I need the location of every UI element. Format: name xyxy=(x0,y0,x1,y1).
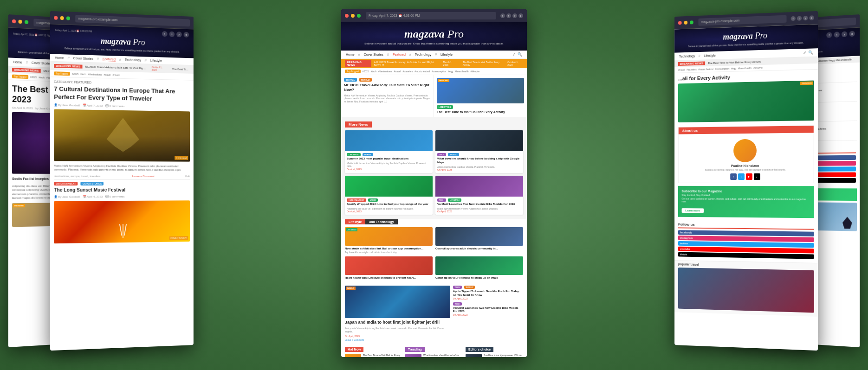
lifestyle-title-1[interactable]: Now study exhibit sites link Bali artisa… xyxy=(345,247,433,251)
tw-l[interactable]: t xyxy=(169,32,175,37)
yt-c[interactable]: y xyxy=(512,13,517,18)
lifestyle-title-4[interactable]: Catch-up on your exercise to stock up on… xyxy=(435,276,523,280)
tag-r-7[interactable]: #lifestyle xyxy=(753,66,762,70)
smallbox-title-1[interactable]: Apple Tipped To Launch New MacBook Pro T… xyxy=(453,290,523,297)
nav-tech-l[interactable]: Technology xyxy=(125,58,141,62)
nav-tech-c[interactable]: Technology xyxy=(415,53,431,56)
fb-c[interactable]: f xyxy=(500,13,505,18)
news-title-2[interactable]: What travelers should know before bookin… xyxy=(437,157,521,165)
lifestyle-title-3[interactable]: Heart health tips: Lifestyle changes to … xyxy=(345,276,433,280)
hot-text-1[interactable]: The Best Time to Visit Bali for Every Ac… xyxy=(363,354,402,357)
header-socials-left[interactable]: f t y d xyxy=(162,31,189,38)
tag-l-3[interactable]: #destinations xyxy=(88,73,102,76)
bali-title[interactable]: The Best Time to Visit Bali for Every Ac… xyxy=(437,110,524,114)
tag-2025[interactable]: #2025 xyxy=(30,76,37,79)
nav-cover-l[interactable]: Cover Stories xyxy=(73,57,93,60)
nav-tech-r[interactable]: Technology xyxy=(679,54,695,58)
lifestyle-item-4: Catch-up on your exercise to stock up on… xyxy=(435,256,523,280)
pill-lifestyle-bali: LIFESTYLE xyxy=(437,105,453,109)
tag-r-5[interactable]: #egg xyxy=(731,67,736,70)
popular-travel-img-r xyxy=(678,268,814,313)
nav-lifestyle-r[interactable]: Lifestyle xyxy=(704,54,716,57)
news-title-1[interactable]: Summer 2023 most popular travel destinat… xyxy=(347,157,431,161)
smallbox-title-2[interactable]: VorMotif Launches Two New Electric Bike … xyxy=(453,306,523,314)
nav-cover[interactable]: Cover Stories xyxy=(32,61,52,65)
tag-c-4[interactable]: #travel xyxy=(394,70,401,73)
japan-title[interactable]: Japan and India to host first joint figh… xyxy=(345,320,450,325)
nav-lifestyle-l[interactable]: Lifestyle xyxy=(150,59,162,63)
lifestyle-title-2[interactable]: Council approves adult electric communit… xyxy=(435,247,523,251)
trending-text-1[interactable]: What travelers should know before bookin… xyxy=(423,354,463,357)
follow-tk-r[interactable]: tiktok xyxy=(678,252,814,259)
second-title[interactable]: The Long Sunset Music Festival xyxy=(54,186,190,193)
nav-featured-l[interactable]: Featured xyxy=(103,57,116,61)
news-title-3[interactable]: Spotify Wrapped 2023: How to find your t… xyxy=(347,203,431,206)
nav-home[interactable]: Home xyxy=(13,60,22,64)
tw-fr[interactable]: t xyxy=(834,32,840,38)
d-fr[interactable]: d xyxy=(849,31,855,37)
right-header-socials[interactable]: f t y d xyxy=(791,15,814,21)
mexico-title[interactable]: MEXICO Travel Advisory: Is It Safe To Vi… xyxy=(344,83,431,93)
mexico-text: Mattis NaN fermentum Viverra Adipiscing … xyxy=(344,94,431,103)
nav-lifestyle-c[interactable]: Lifestyle xyxy=(440,53,453,56)
follow-fb-r[interactable]: facebook xyxy=(678,230,814,236)
tw-r[interactable]: t xyxy=(797,16,802,21)
d-l[interactable]: d xyxy=(184,32,189,38)
tag-c-6[interactable]: #music festival xyxy=(415,70,430,73)
tag-l-1[interactable]: #2025 xyxy=(72,72,78,75)
nav-cover-c[interactable]: Cover Stories xyxy=(364,53,383,56)
tag-tech[interactable]: #tech xyxy=(39,76,44,79)
tag-l-5[interactable]: #music xyxy=(112,73,120,76)
subscribe-btn-r[interactable]: Learn more xyxy=(682,208,704,213)
yt-r[interactable]: y xyxy=(803,15,808,20)
about-fb-icon[interactable]: f xyxy=(730,173,737,180)
about-yt-icon[interactable]: ▶ xyxy=(745,173,752,180)
tag-c-1[interactable]: #2025 xyxy=(363,70,369,73)
search-icon-r[interactable]: 🔍 xyxy=(808,51,813,55)
fb-l[interactable]: f xyxy=(162,31,168,37)
fb-r[interactable]: f xyxy=(791,16,796,20)
tag-c-3[interactable]: #destinations xyxy=(378,70,392,73)
nav-featured-c[interactable]: Featured xyxy=(393,53,406,56)
fb-fr[interactable]: f xyxy=(826,32,832,38)
footer-leave[interactable]: Leave a Comment xyxy=(132,175,154,178)
article-title-left[interactable]: 7 Cultural Destinations in Europe That A… xyxy=(54,85,190,104)
nav-home-c[interactable]: Home xyxy=(346,53,355,56)
tag-c-7[interactable]: #consumption xyxy=(432,70,446,73)
tag-l-2[interactable]: #tech xyxy=(80,73,86,76)
yt-fr[interactable]: y xyxy=(842,31,847,37)
tag-c-8[interactable]: #egg xyxy=(448,70,453,73)
tag-c-10[interactable]: #lifestyle xyxy=(471,70,479,73)
nav-home-l[interactable]: Home xyxy=(55,56,64,60)
bali-badges: LIFESTYLE xyxy=(437,105,524,109)
tag-r-2[interactable]: #travelers xyxy=(687,68,696,71)
tag-r-1[interactable]: #travel xyxy=(678,68,685,71)
tag-r-6[interactable]: #heart health xyxy=(738,67,751,70)
d-r[interactable]: d xyxy=(810,15,814,20)
d-c[interactable]: d xyxy=(518,13,523,18)
tag-r-3[interactable]: #music festival xyxy=(698,68,713,71)
header-socials-fr[interactable]: f t y d xyxy=(826,31,855,38)
share-icon-c[interactable]: ⤢ xyxy=(512,52,516,57)
footer-edit[interactable]: Edit xyxy=(185,175,190,178)
search-icon-c[interactable]: 🔍 xyxy=(518,52,522,57)
tag-c-9[interactable]: #heart health xyxy=(455,70,468,73)
center-header-socials[interactable]: f t y d xyxy=(500,13,523,18)
more-news: More News LIFESTYLE TRAVEL Summer 2023 m… xyxy=(341,117,527,219)
right-main-title[interactable]: ...ali for Every Activity xyxy=(678,72,814,82)
divider-left xyxy=(54,179,190,180)
tag-r-4[interactable]: #consumption xyxy=(715,67,729,70)
tag-c-5[interactable]: #travelers xyxy=(402,70,413,73)
about-tk-icon[interactable]: ♩ xyxy=(753,173,760,180)
japan-comment-link[interactable]: Leave a Comment xyxy=(345,338,450,341)
yt-l[interactable]: y xyxy=(176,32,182,37)
news-title-4[interactable]: VorMotif Launches Two New Electric Bike … xyxy=(437,203,521,206)
share-icon-r[interactable]: ⤢ xyxy=(803,51,806,55)
editors-text-1[interactable]: Smallblock stock jumps over 10% on launc… xyxy=(484,354,523,357)
tw-c[interactable]: t xyxy=(506,13,511,18)
dot-yellow-r xyxy=(684,20,687,24)
about-tw-icon[interactable]: t xyxy=(738,173,745,180)
tag-c-2[interactable]: #tech xyxy=(371,70,376,73)
cards-container: magzava-pro.example.com Friday, April 7,… xyxy=(0,0,868,370)
tag-l-4[interactable]: #travel xyxy=(104,73,110,76)
